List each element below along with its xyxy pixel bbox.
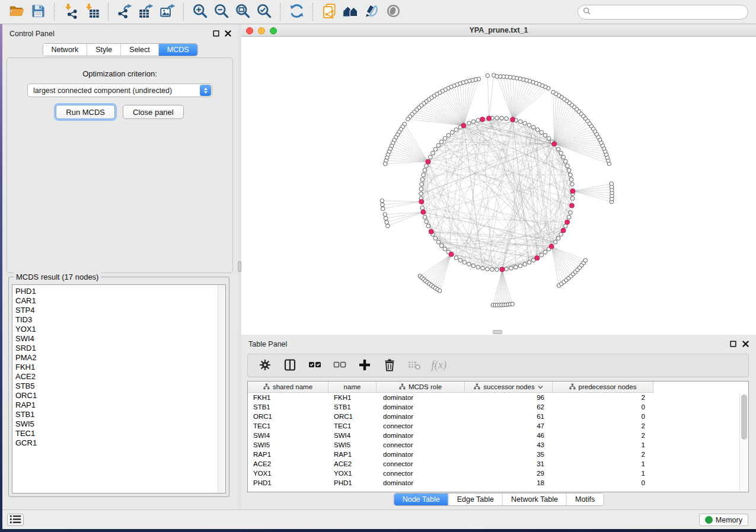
- mcds-result-item[interactable]: RAP1: [15, 400, 225, 410]
- add-row-button[interactable]: [356, 358, 372, 374]
- mcds-result-item[interactable]: ORC1: [15, 391, 225, 400]
- delete-row-button[interactable]: [381, 358, 397, 374]
- search-icon: [582, 7, 592, 18]
- control-panel-close-button[interactable]: [224, 30, 232, 38]
- control-panel-tabs: NetworkStyleSelectMCDS: [42, 43, 197, 56]
- save-session-button[interactable]: [28, 2, 47, 21]
- table-row[interactable]: ACE2ACE2connector311: [248, 459, 748, 469]
- table-row[interactable]: YOX1YOX1connector291: [248, 469, 748, 478]
- column-header-predecessor-nodes[interactable]: predecessor nodes: [553, 382, 653, 393]
- column-header-successor-nodes[interactable]: successor nodes: [465, 382, 553, 393]
- birds-eye-view-button[interactable]: [384, 2, 403, 21]
- main-toolbar: [0, 0, 756, 24]
- zoom-out-button[interactable]: [212, 2, 231, 21]
- optimization-criterion-select[interactable]: largest connected component (undirected): [27, 84, 212, 97]
- table-panel-float-button[interactable]: [729, 340, 737, 348]
- mcds-result-item[interactable]: CAR1: [15, 296, 225, 306]
- import-network-file-button[interactable]: [61, 2, 80, 21]
- import-table-file-button[interactable]: [82, 2, 101, 21]
- column-header-MCDS-role[interactable]: MCDS role: [377, 382, 465, 393]
- table-row[interactable]: FKH1FKH1dominator962: [248, 393, 748, 402]
- control-panel-float-button[interactable]: [212, 30, 220, 38]
- run-mcds-button[interactable]: Run MCDS: [56, 105, 115, 119]
- mcds-result-item[interactable]: YOX1: [15, 325, 225, 334]
- table-cell: TEC1: [248, 421, 328, 431]
- mcds-list-scrollbar[interactable]: [218, 285, 225, 493]
- search-input[interactable]: [594, 7, 748, 18]
- table-tab-node-table[interactable]: Node Table: [394, 493, 448, 505]
- gear-button[interactable]: [257, 358, 273, 374]
- tab-select[interactable]: Select: [120, 44, 158, 56]
- tab-mcds[interactable]: MCDS: [158, 44, 197, 56]
- mcds-result-item[interactable]: ACE2: [15, 372, 225, 382]
- table-row[interactable]: RAP1RAP1dominator352: [248, 450, 748, 459]
- mcds-result-item[interactable]: STB1: [15, 410, 225, 419]
- toggle-graphics-details-button[interactable]: [362, 2, 381, 21]
- mcds-result-item[interactable]: STB5: [15, 382, 225, 391]
- select-all-icon: [308, 358, 322, 374]
- mcds-result-item[interactable]: STP4: [15, 306, 225, 315]
- table-row[interactable]: ORC1ORC1dominator610: [248, 412, 748, 421]
- mcds-result-item[interactable]: SRD1: [15, 344, 225, 353]
- task-history-button[interactable]: [7, 514, 24, 526]
- toolbar-separator: [312, 3, 313, 21]
- mcds-result-title: MCDS result (17 nodes): [14, 273, 101, 281]
- zoom-selected-button[interactable]: [254, 2, 273, 21]
- open-file-button[interactable]: [7, 2, 26, 21]
- refresh-network-view-button[interactable]: [287, 2, 306, 21]
- zoom-out-icon: [213, 3, 229, 21]
- mcds-result-item[interactable]: PHD1: [15, 287, 225, 296]
- mcds-result-item[interactable]: SWI5: [15, 419, 225, 429]
- close-panel-button[interactable]: Close panel: [123, 105, 184, 119]
- tab-network[interactable]: Network: [43, 44, 87, 56]
- split-view-button[interactable]: [282, 358, 298, 374]
- table-cell: connector: [377, 421, 465, 431]
- table-row[interactable]: SWI5SWI5connector431: [248, 440, 748, 450]
- zoom-fit-content-button[interactable]: [233, 2, 252, 21]
- memory-button[interactable]: Memory: [699, 514, 748, 526]
- export-table-button[interactable]: [136, 2, 155, 21]
- mcds-result-item[interactable]: GCR1: [15, 438, 225, 448]
- column-header-name[interactable]: name: [328, 382, 377, 393]
- mcds-result-item[interactable]: PMA2: [15, 353, 225, 363]
- network-graph[interactable]: [241, 37, 756, 335]
- mcds-result-item[interactable]: FKH1: [15, 363, 225, 372]
- zoom-in-button[interactable]: [190, 2, 209, 21]
- node-table: shared namenameMCDS rolesuccessor nodesp…: [247, 381, 749, 492]
- hierarchy-icon: [569, 383, 576, 391]
- table-tab-network-table[interactable]: Network Table: [502, 493, 566, 505]
- export-image-button[interactable]: [158, 2, 177, 21]
- select-all-button[interactable]: [307, 358, 323, 374]
- network-canvas[interactable]: [241, 37, 756, 335]
- table-cell: 96: [465, 393, 553, 402]
- cytoscape-home-button[interactable]: [341, 2, 360, 21]
- hierarchy-icon: [399, 383, 406, 391]
- import-table-file-icon: [84, 3, 100, 21]
- table-tab-edge-table[interactable]: Edge Table: [448, 493, 502, 505]
- mcds-result-item[interactable]: SWI4: [15, 334, 225, 344]
- tab-style[interactable]: Style: [87, 44, 120, 56]
- mcds-result-item[interactable]: TID3: [15, 315, 225, 325]
- table-cell: PHD1: [328, 478, 377, 488]
- delete-row-icon: [382, 358, 397, 374]
- table-cell: 1: [553, 469, 653, 478]
- refresh-network-view-icon: [289, 3, 305, 21]
- toolbar-separator: [280, 3, 280, 21]
- table-tab-motifs[interactable]: Motifs: [566, 493, 603, 505]
- export-network-button[interactable]: [115, 2, 134, 21]
- column-header-shared-name[interactable]: shared name: [248, 382, 328, 393]
- mcds-tab-content: Optimization criterion: largest connecte…: [7, 57, 233, 273]
- table-scrollbar-thumb[interactable]: [741, 395, 747, 440]
- horizontal-splitter-handle[interactable]: [493, 330, 502, 334]
- deselect-all-button[interactable]: [331, 358, 347, 374]
- share-document-button[interactable]: [320, 2, 339, 21]
- table-row[interactable]: SWI4SWI4dominator462: [248, 431, 748, 440]
- table-scrollbar[interactable]: [739, 393, 748, 492]
- table-row[interactable]: STB1STB1dominator620: [248, 402, 748, 412]
- table-panel-close-button[interactable]: [741, 340, 749, 348]
- table-toolbar: f(x): [247, 354, 749, 377]
- table-row[interactable]: PHD1PHD1dominator180: [248, 478, 748, 488]
- mcds-result-item[interactable]: TEC1: [15, 429, 225, 438]
- table-row[interactable]: TEC1TEC1connector472: [248, 421, 748, 431]
- delete-table-icon: [407, 358, 422, 374]
